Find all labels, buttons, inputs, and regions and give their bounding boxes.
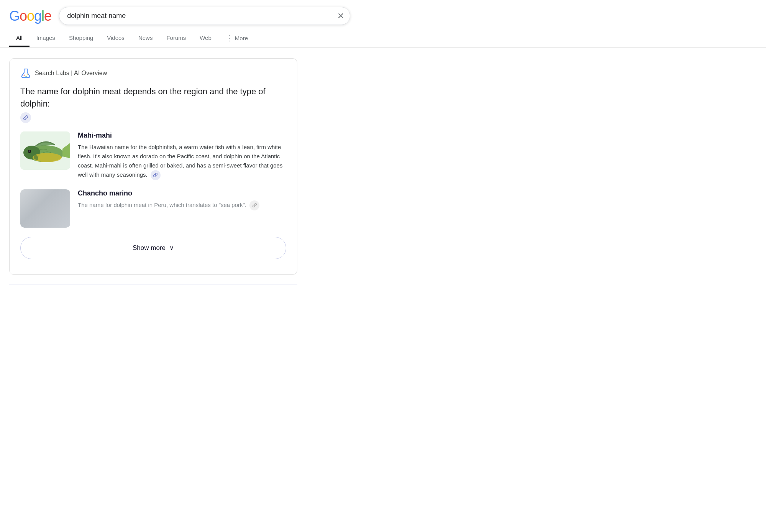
mahi-link-icon xyxy=(153,172,158,177)
link-icon xyxy=(23,115,28,120)
chancho-marino-description: The name for dolphin meat in Peru, which… xyxy=(78,200,286,210)
show-more-label: Show more xyxy=(133,244,166,252)
tab-all[interactable]: All xyxy=(9,30,30,47)
tab-videos[interactable]: Videos xyxy=(100,30,131,47)
ai-summary-title: The name for dolphin meat depends on the… xyxy=(20,85,286,123)
ai-overview-box: Search Labs | AI Overview The name for d… xyxy=(9,58,297,275)
mahi-mahi-description: The Hawaiian name for the dolphinfish, a… xyxy=(78,143,286,180)
search-bar-container: dolphin meat name ✕ xyxy=(59,7,350,25)
chancho-image-placeholder xyxy=(20,189,70,228)
svg-point-0 xyxy=(24,75,25,76)
tab-news[interactable]: News xyxy=(131,30,160,47)
chevron-down-icon: ∨ xyxy=(169,244,174,251)
logo-l: l xyxy=(41,8,44,24)
chancho-marino-image xyxy=(20,189,70,228)
nav-tabs: All Images Shopping Videos News Forums W… xyxy=(0,29,766,48)
mahi-mahi-image xyxy=(20,131,70,170)
flask-icon xyxy=(20,68,31,79)
header: Google dolphin meat name ✕ xyxy=(0,0,766,29)
ai-overview-header: Search Labs | AI Overview xyxy=(20,68,286,79)
chancho-desc-text: The name for dolphin meat in Peru, which… xyxy=(78,202,246,208)
logo-o1: o xyxy=(20,8,27,24)
main-content: Search Labs | AI Overview The name for d… xyxy=(0,48,307,295)
title-link-badge[interactable] xyxy=(20,112,31,123)
logo-e: e xyxy=(44,8,51,24)
tab-images[interactable]: Images xyxy=(30,30,62,47)
mahi-link-badge[interactable] xyxy=(151,170,161,180)
svg-point-9 xyxy=(29,150,30,151)
chancho-link-icon xyxy=(252,203,257,208)
mahi-mahi-content: Mahi-mahi The Hawaiian name for the dolp… xyxy=(78,131,286,180)
tab-web[interactable]: Web xyxy=(193,30,218,47)
svg-point-2 xyxy=(27,74,28,75)
tab-shopping[interactable]: Shopping xyxy=(62,30,100,47)
result-mahi-mahi: Mahi-mahi The Hawaiian name for the dolp… xyxy=(20,131,286,180)
mahi-mahi-title: Mahi-mahi xyxy=(78,131,286,140)
logo-o2: o xyxy=(27,8,34,24)
chancho-marino-title: Chancho marino xyxy=(78,189,286,197)
more-menu[interactable]: ⋮ More xyxy=(218,29,255,47)
more-label: More xyxy=(235,35,248,41)
chancho-link-badge[interactable] xyxy=(249,200,259,210)
mahi-mahi-desc-text: The Hawaiian name for the dolphinfish, a… xyxy=(78,144,282,178)
logo-g2: g xyxy=(34,8,41,24)
chancho-marino-content: Chancho marino The name for dolphin meat… xyxy=(78,189,286,210)
more-dots-icon: ⋮ xyxy=(225,33,233,43)
google-logo[interactable]: Google xyxy=(9,8,51,24)
logo-g: G xyxy=(9,8,20,24)
show-more-button[interactable]: Show more ∨ xyxy=(20,237,286,259)
svg-point-1 xyxy=(26,76,27,77)
bottom-divider xyxy=(9,284,297,284)
tab-forums[interactable]: Forums xyxy=(159,30,193,47)
search-close-button[interactable]: ✕ xyxy=(337,11,344,21)
mahi-fish-svg xyxy=(20,131,70,170)
search-input[interactable]: dolphin meat name xyxy=(59,7,350,25)
ai-overview-title: Search Labs | AI Overview xyxy=(35,70,107,77)
result-chancho-marino: Chancho marino The name for dolphin meat… xyxy=(20,189,286,228)
ai-summary-text: The name for dolphin meat depends on the… xyxy=(20,85,286,110)
